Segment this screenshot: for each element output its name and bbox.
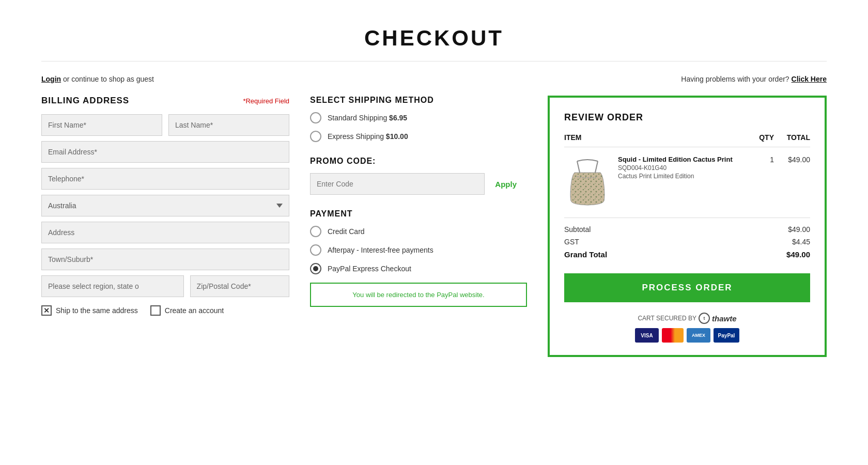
first-name-input[interactable] xyxy=(41,114,162,136)
product-image xyxy=(564,156,611,207)
page-title-area: CHECKOUT xyxy=(41,16,827,61)
col-qty: QTY xyxy=(748,133,774,142)
review-title: REVIEW ORDER xyxy=(564,112,810,123)
create-account-checkbox-item[interactable]: Create an account xyxy=(150,305,224,316)
thawte-logo: CART SECURED BY t thawte xyxy=(564,313,810,324)
credit-card-radio[interactable] xyxy=(310,226,321,237)
col-item: ITEM xyxy=(564,133,748,142)
standard-shipping-radio[interactable] xyxy=(310,112,321,123)
product-row: Squid - Limited Edition Cactus Print SQD… xyxy=(564,156,810,207)
payment-logos: VISA ●● AMEX PayPal xyxy=(564,328,810,343)
checkbox-row: Ship to the same address Create an accou… xyxy=(41,305,289,316)
paypal-radio[interactable] xyxy=(310,263,321,274)
promo-row: Apply xyxy=(310,173,527,195)
email-input[interactable] xyxy=(41,141,289,163)
ship-same-checkbox[interactable] xyxy=(41,305,52,316)
continue-text: or continue to shop as guest xyxy=(61,75,154,83)
cart-secured-text: CART SECURED BY xyxy=(638,315,696,322)
top-bar-left: Login or continue to shop as guest xyxy=(41,75,154,83)
svg-line-4 xyxy=(577,161,580,173)
country-select[interactable]: Australia xyxy=(41,195,289,216)
review-header-row: ITEM QTY TOTAL xyxy=(564,133,810,147)
shipping-payment-section: SELECT SHIPPING METHOD Standard Shipping… xyxy=(310,96,527,321)
promo-input[interactable] xyxy=(310,173,485,195)
afterpay-label: Afterpay - Interest-free payments xyxy=(328,246,433,254)
ship-same-checkbox-item[interactable]: Ship to the same address xyxy=(41,305,138,316)
problem-text: Having problems with your order? xyxy=(681,75,789,83)
page-title: CHECKOUT xyxy=(41,26,827,51)
apply-button[interactable]: Apply xyxy=(485,173,527,195)
click-here-link[interactable]: Click Here xyxy=(792,75,827,83)
product-qty: 1 xyxy=(748,156,774,164)
subtotal-value: $49.00 xyxy=(788,225,810,234)
svg-line-5 xyxy=(595,161,598,173)
town-row xyxy=(41,249,289,270)
amex-logo: AMEX xyxy=(687,328,710,343)
thawte-name: thawte xyxy=(712,314,737,323)
paypal-notice: You will be redirected to the PayPal web… xyxy=(310,283,527,307)
shipping-title: SELECT SHIPPING METHOD xyxy=(310,96,527,105)
last-name-input[interactable] xyxy=(168,114,289,136)
visa-logo: VISA xyxy=(635,328,659,343)
region-zip-row xyxy=(41,275,289,297)
review-section: REVIEW ORDER ITEM QTY TOTAL xyxy=(548,96,827,357)
credit-card-option[interactable]: Credit Card xyxy=(310,226,527,237)
product-variant: Cactus Print Limited Edition xyxy=(618,173,748,180)
billing-section: BILLING ADDRESS *Required Field Australi… xyxy=(41,96,289,316)
telephone-row xyxy=(41,168,289,190)
promo-title: PROMO CODE: xyxy=(310,157,527,166)
payment-title: PAYMENT xyxy=(310,209,527,219)
create-account-label: Create an account xyxy=(165,306,224,315)
col-total: TOTAL xyxy=(774,133,810,142)
promo-section: PROMO CODE: Apply xyxy=(310,157,527,195)
name-row xyxy=(41,114,289,136)
paypal-label: PayPal Express Checkout xyxy=(328,265,411,273)
payment-section: PAYMENT Credit Card Afterpay - Interest-… xyxy=(310,209,527,307)
region-input[interactable] xyxy=(41,275,184,297)
credit-card-label: Credit Card xyxy=(328,227,365,236)
grand-total-row: Grand Total $49.00 xyxy=(564,250,810,259)
main-content: BILLING ADDRESS *Required Field Australi… xyxy=(41,96,827,357)
product-info: Squid - Limited Edition Cactus Print SQD… xyxy=(618,156,748,180)
ship-same-label: Ship to the same address xyxy=(56,306,138,315)
gst-row: GST $4.45 xyxy=(564,238,810,246)
grand-total-value: $49.00 xyxy=(786,250,810,259)
thawte-circle-icon: t xyxy=(699,313,710,324)
grand-total-label: Grand Total xyxy=(564,250,607,259)
paypal-payment-logo: PayPal xyxy=(714,328,739,343)
express-shipping-option[interactable]: Express Shipping $10.00 xyxy=(310,131,527,142)
billing-header: BILLING ADDRESS *Required Field xyxy=(41,96,289,106)
subtotal-row: Subtotal $49.00 xyxy=(564,225,810,234)
top-bar: Login or continue to shop as guest Havin… xyxy=(41,70,827,96)
town-input[interactable] xyxy=(41,249,289,270)
product-price: $49.00 xyxy=(774,156,810,164)
address-input[interactable] xyxy=(41,222,289,243)
express-shipping-label: Express Shipping $10.00 xyxy=(328,132,408,141)
standard-shipping-label: Standard Shipping $6.95 xyxy=(328,114,407,122)
top-bar-right: Having problems with your order? Click H… xyxy=(681,75,827,83)
required-label: *Required Field xyxy=(243,97,289,105)
gst-label: GST xyxy=(564,238,579,246)
security-section: CART SECURED BY t thawte VISA ●● AMEX Pa… xyxy=(564,313,810,343)
product-sku: SQD004-K01G40 xyxy=(618,164,748,172)
product-name: Squid - Limited Edition Cactus Print xyxy=(618,156,748,163)
express-shipping-radio[interactable] xyxy=(310,131,321,142)
zip-input[interactable] xyxy=(190,275,289,297)
address-row xyxy=(41,222,289,243)
subtotal-label: Subtotal xyxy=(564,225,591,234)
totals-section: Subtotal $49.00 GST $4.45 Grand Total $4… xyxy=(564,218,810,259)
mastercard-logo: ●● xyxy=(662,328,684,343)
billing-title: BILLING ADDRESS xyxy=(41,96,129,106)
create-account-checkbox[interactable] xyxy=(150,305,161,316)
standard-shipping-option[interactable]: Standard Shipping $6.95 xyxy=(310,112,527,123)
login-link[interactable]: Login xyxy=(41,75,61,83)
country-row: Australia xyxy=(41,195,289,216)
process-order-button[interactable]: PROCESS ORDER xyxy=(564,273,810,302)
telephone-input[interactable] xyxy=(41,168,289,190)
email-row xyxy=(41,141,289,163)
gst-value: $4.45 xyxy=(792,238,810,246)
shipping-section: SELECT SHIPPING METHOD Standard Shipping… xyxy=(310,96,527,142)
afterpay-radio[interactable] xyxy=(310,244,321,256)
afterpay-option[interactable]: Afterpay - Interest-free payments xyxy=(310,244,527,256)
paypal-option[interactable]: PayPal Express Checkout xyxy=(310,263,527,274)
